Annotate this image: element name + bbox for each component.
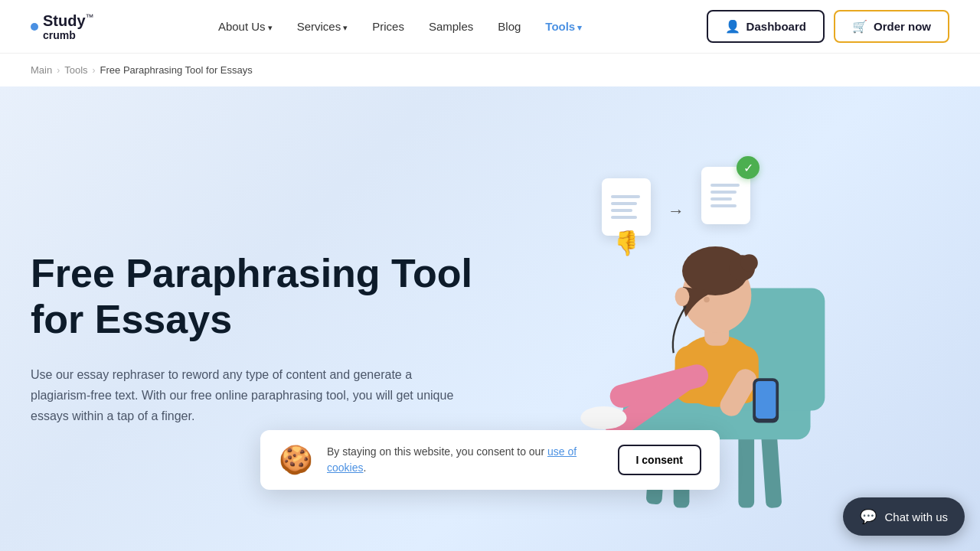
breadcrumb-main[interactable]: Main <box>31 64 52 76</box>
order-button[interactable]: 🛒 Order now <box>834 10 949 43</box>
nav-links: About Us Services Prices Samples Blog To… <box>218 20 582 34</box>
svg-point-11 <box>580 406 626 429</box>
logo-dot <box>31 23 38 31</box>
svg-rect-3 <box>738 429 754 508</box>
breadcrumb-sep-2: › <box>93 65 96 76</box>
dashboard-icon: 👤 <box>725 19 740 34</box>
logo-text: Study™ crumb <box>43 12 94 41</box>
breadcrumb: Main › Tools › Free Paraphrasing Tool fo… <box>0 54 980 86</box>
dashboard-button[interactable]: 👤 Dashboard <box>707 10 825 43</box>
good-doc-line-2 <box>710 191 737 194</box>
logo[interactable]: Study™ crumb <box>31 12 94 41</box>
svg-rect-15 <box>704 310 729 346</box>
nav-item-tools[interactable]: Tools <box>545 20 582 34</box>
hero-description: Use our essay rephraser to reword any ty… <box>31 364 459 427</box>
nav-actions: 👤 Dashboard 🛒 Order now <box>707 10 949 43</box>
arrow-right-icon: → <box>668 201 684 221</box>
good-doc-line-3 <box>710 197 732 201</box>
doc-line-2 <box>611 202 637 205</box>
svg-point-21 <box>704 297 710 303</box>
breadcrumb-sep-1: › <box>57 65 60 76</box>
svg-rect-6 <box>710 289 825 411</box>
bad-document-card: 👎 <box>602 178 651 236</box>
svg-point-18 <box>729 255 755 281</box>
doc-line-3 <box>611 209 632 212</box>
svg-point-4 <box>623 393 811 429</box>
thumbs-down-icon: 👎 <box>615 236 638 257</box>
cookie-period: . <box>363 461 366 474</box>
svg-rect-14 <box>756 381 776 419</box>
svg-rect-8 <box>675 346 759 403</box>
doc-line-4 <box>611 216 637 219</box>
nav-link-tools[interactable]: Tools <box>545 20 582 33</box>
svg-point-20 <box>675 288 690 306</box>
nav-item-about[interactable]: About Us <box>218 20 273 34</box>
navbar: Study™ crumb About Us Services Prices Sa… <box>0 0 980 54</box>
brand-tm: ™ <box>86 12 94 21</box>
svg-point-16 <box>682 258 751 333</box>
chat-icon: 💬 <box>860 508 877 525</box>
doc-line-1 <box>611 195 640 198</box>
nav-link-prices[interactable]: Prices <box>372 20 404 33</box>
nav-link-samples[interactable]: Samples <box>429 20 473 33</box>
svg-rect-1 <box>761 432 782 508</box>
good-doc-line-4 <box>710 204 737 207</box>
nav-item-blog[interactable]: Blog <box>498 20 521 34</box>
svg-rect-9 <box>607 362 710 410</box>
nav-item-services[interactable]: Services <box>297 20 348 34</box>
cookie-message: By staying on this website, you consent … <box>327 445 544 458</box>
svg-rect-13 <box>753 378 779 422</box>
brand-name-part1: Study <box>43 12 86 29</box>
dashboard-label: Dashboard <box>746 20 806 33</box>
cookie-text: By staying on this website, you consent … <box>327 444 604 476</box>
good-doc-line-1 <box>710 184 740 187</box>
cookie-icon: 🍪 <box>279 444 313 476</box>
brand-subname: crumb <box>43 29 94 41</box>
chat-label: Chat with us <box>884 510 948 523</box>
nav-item-prices[interactable]: Prices <box>372 20 404 34</box>
hero-content: Free Paraphrasing Tool for Essays Use ou… <box>31 251 505 426</box>
nav-link-about[interactable]: About Us <box>218 20 273 33</box>
doc-cards-group: 👎 → ✓ <box>602 178 750 236</box>
svg-point-7 <box>675 335 759 407</box>
good-document-card: ✓ <box>701 167 750 224</box>
breadcrumb-current: Free Paraphrasing Tool for Essays <box>100 64 253 76</box>
nav-link-services[interactable]: Services <box>297 20 348 33</box>
svg-rect-12 <box>717 365 760 419</box>
cart-icon: 🛒 <box>852 19 867 34</box>
nav-item-samples[interactable]: Samples <box>429 20 473 34</box>
cookie-banner: 🍪 By staying on this website, you consen… <box>260 430 720 490</box>
bad-doc-card-inner <box>602 178 651 236</box>
breadcrumb-tools[interactable]: Tools <box>64 64 87 76</box>
hero-title: Free Paraphrasing Tool for Essays <box>31 251 505 343</box>
svg-point-19 <box>740 254 758 272</box>
svg-point-17 <box>682 246 749 295</box>
consent-button[interactable]: I consent <box>618 445 701 475</box>
check-badge: ✓ <box>737 156 760 179</box>
order-label: Order now <box>874 20 931 33</box>
nav-link-blog[interactable]: Blog <box>498 20 521 33</box>
chat-button[interactable]: 💬 Chat with us <box>843 497 965 536</box>
